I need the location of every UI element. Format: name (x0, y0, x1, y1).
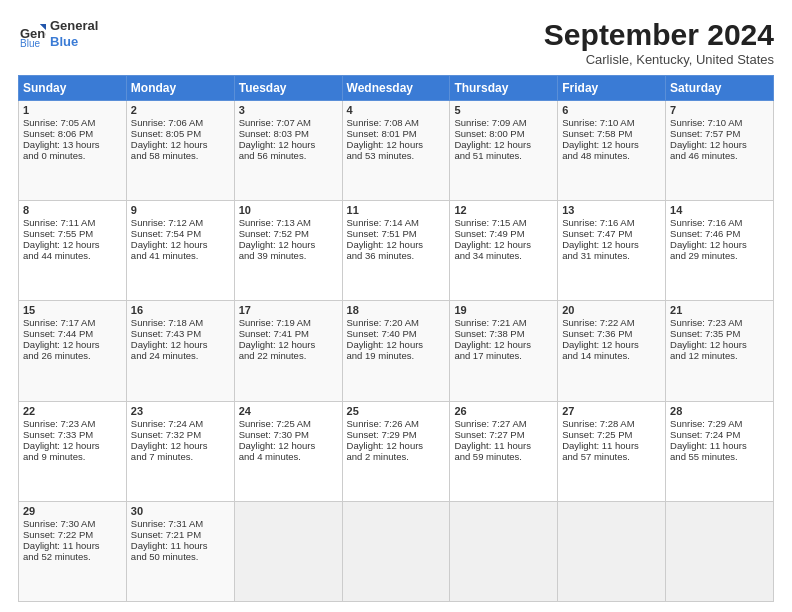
calendar-cell: 17Sunrise: 7:19 AMSunset: 7:41 PMDayligh… (234, 301, 342, 401)
day-info-line: Daylight: 12 hours (670, 339, 769, 350)
day-number: 11 (347, 204, 446, 216)
calendar-cell: 14Sunrise: 7:16 AMSunset: 7:46 PMDayligh… (666, 201, 774, 301)
day-number: 10 (239, 204, 338, 216)
day-info-line: Sunset: 7:43 PM (131, 328, 230, 339)
day-info-line: Sunrise: 7:19 AM (239, 317, 338, 328)
day-info-line: and 58 minutes. (131, 150, 230, 161)
calendar-cell: 16Sunrise: 7:18 AMSunset: 7:43 PMDayligh… (126, 301, 234, 401)
logo: General Blue General Blue (18, 18, 98, 49)
calendar-table: SundayMondayTuesdayWednesdayThursdayFrid… (18, 75, 774, 602)
day-number: 29 (23, 505, 122, 517)
day-info-line: Sunset: 7:40 PM (347, 328, 446, 339)
day-number: 13 (562, 204, 661, 216)
calendar-cell: 27Sunrise: 7:28 AMSunset: 7:25 PMDayligh… (558, 401, 666, 501)
day-info-line: and 41 minutes. (131, 250, 230, 261)
day-info-line: and 36 minutes. (347, 250, 446, 261)
calendar-body: 1Sunrise: 7:05 AMSunset: 8:06 PMDaylight… (19, 101, 774, 602)
day-info-line: Daylight: 12 hours (670, 139, 769, 150)
day-info-line: and 44 minutes. (23, 250, 122, 261)
calendar-cell: 15Sunrise: 7:17 AMSunset: 7:44 PMDayligh… (19, 301, 127, 401)
day-number: 14 (670, 204, 769, 216)
week-row-3: 22Sunrise: 7:23 AMSunset: 7:33 PMDayligh… (19, 401, 774, 501)
day-info-line: Sunrise: 7:13 AM (239, 217, 338, 228)
header-cell-sunday: Sunday (19, 76, 127, 101)
day-info-line: Daylight: 12 hours (347, 440, 446, 451)
day-info-line: and 24 minutes. (131, 350, 230, 361)
day-info-line: and 17 minutes. (454, 350, 553, 361)
calendar-cell: 8Sunrise: 7:11 AMSunset: 7:55 PMDaylight… (19, 201, 127, 301)
calendar-cell: 23Sunrise: 7:24 AMSunset: 7:32 PMDayligh… (126, 401, 234, 501)
day-number: 22 (23, 405, 122, 417)
day-info-line: Sunrise: 7:12 AM (131, 217, 230, 228)
logo-line1: General (50, 18, 98, 34)
day-number: 1 (23, 104, 122, 116)
calendar-cell: 10Sunrise: 7:13 AMSunset: 7:52 PMDayligh… (234, 201, 342, 301)
day-info-line: and 56 minutes. (239, 150, 338, 161)
day-info-line: Daylight: 12 hours (23, 239, 122, 250)
day-info-line: Sunrise: 7:10 AM (670, 117, 769, 128)
day-info-line: Sunrise: 7:21 AM (454, 317, 553, 328)
calendar-cell: 24Sunrise: 7:25 AMSunset: 7:30 PMDayligh… (234, 401, 342, 501)
calendar-cell: 13Sunrise: 7:16 AMSunset: 7:47 PMDayligh… (558, 201, 666, 301)
day-info-line: Sunset: 7:25 PM (562, 429, 661, 440)
calendar-cell: 18Sunrise: 7:20 AMSunset: 7:40 PMDayligh… (342, 301, 450, 401)
day-info-line: and 26 minutes. (23, 350, 122, 361)
day-info-line: Sunrise: 7:05 AM (23, 117, 122, 128)
day-info-line: Daylight: 12 hours (131, 339, 230, 350)
day-info-line: Sunset: 7:55 PM (23, 228, 122, 239)
day-info-line: and 9 minutes. (23, 451, 122, 462)
header-cell-friday: Friday (558, 76, 666, 101)
day-info-line: Sunrise: 7:16 AM (670, 217, 769, 228)
day-info-line: Daylight: 12 hours (454, 139, 553, 150)
day-info-line: Sunset: 7:35 PM (670, 328, 769, 339)
day-info-line: Daylight: 11 hours (131, 540, 230, 551)
calendar-cell: 26Sunrise: 7:27 AMSunset: 7:27 PMDayligh… (450, 401, 558, 501)
day-info-line: and 55 minutes. (670, 451, 769, 462)
day-info-line: Sunset: 7:22 PM (23, 529, 122, 540)
calendar-cell: 21Sunrise: 7:23 AMSunset: 7:35 PMDayligh… (666, 301, 774, 401)
day-info-line: Sunset: 8:00 PM (454, 128, 553, 139)
day-info-line: Sunset: 8:05 PM (131, 128, 230, 139)
day-info-line: Sunrise: 7:20 AM (347, 317, 446, 328)
header: General Blue General Blue September 2024… (18, 18, 774, 67)
calendar-cell: 9Sunrise: 7:12 AMSunset: 7:54 PMDaylight… (126, 201, 234, 301)
calendar-cell: 29Sunrise: 7:30 AMSunset: 7:22 PMDayligh… (19, 501, 127, 601)
calendar-cell (666, 501, 774, 601)
day-info-line: Sunrise: 7:22 AM (562, 317, 661, 328)
day-info-line: Daylight: 12 hours (454, 239, 553, 250)
logo-icon: General Blue (18, 20, 46, 48)
day-number: 17 (239, 304, 338, 316)
day-number: 5 (454, 104, 553, 116)
day-info-line: Daylight: 11 hours (670, 440, 769, 451)
day-info-line: and 19 minutes. (347, 350, 446, 361)
day-info-line: Sunset: 7:51 PM (347, 228, 446, 239)
day-info-line: and 39 minutes. (239, 250, 338, 261)
day-info-line: Sunset: 8:06 PM (23, 128, 122, 139)
day-info-line: Sunrise: 7:31 AM (131, 518, 230, 529)
calendar-cell: 11Sunrise: 7:14 AMSunset: 7:51 PMDayligh… (342, 201, 450, 301)
day-info-line: and 2 minutes. (347, 451, 446, 462)
calendar-cell: 7Sunrise: 7:10 AMSunset: 7:57 PMDaylight… (666, 101, 774, 201)
day-info-line: and 50 minutes. (131, 551, 230, 562)
day-info-line: Daylight: 12 hours (562, 339, 661, 350)
day-info-line: Sunset: 7:58 PM (562, 128, 661, 139)
week-row-4: 29Sunrise: 7:30 AMSunset: 7:22 PMDayligh… (19, 501, 774, 601)
day-info-line: Daylight: 13 hours (23, 139, 122, 150)
calendar-cell: 25Sunrise: 7:26 AMSunset: 7:29 PMDayligh… (342, 401, 450, 501)
day-info-line: Daylight: 12 hours (562, 139, 661, 150)
day-info-line: and 34 minutes. (454, 250, 553, 261)
day-info-line: Sunrise: 7:17 AM (23, 317, 122, 328)
day-info-line: and 57 minutes. (562, 451, 661, 462)
day-number: 2 (131, 104, 230, 116)
calendar-cell: 2Sunrise: 7:06 AMSunset: 8:05 PMDaylight… (126, 101, 234, 201)
day-info-line: Sunrise: 7:27 AM (454, 418, 553, 429)
day-info-line: Sunset: 7:38 PM (454, 328, 553, 339)
calendar-header: SundayMondayTuesdayWednesdayThursdayFrid… (19, 76, 774, 101)
day-info-line: and 46 minutes. (670, 150, 769, 161)
day-info-line: Sunrise: 7:07 AM (239, 117, 338, 128)
title-block: September 2024 Carlisle, Kentucky, Unite… (544, 18, 774, 67)
page: General Blue General Blue September 2024… (0, 0, 792, 612)
day-info-line: Sunrise: 7:16 AM (562, 217, 661, 228)
day-info-line: Sunrise: 7:08 AM (347, 117, 446, 128)
header-row: SundayMondayTuesdayWednesdayThursdayFrid… (19, 76, 774, 101)
